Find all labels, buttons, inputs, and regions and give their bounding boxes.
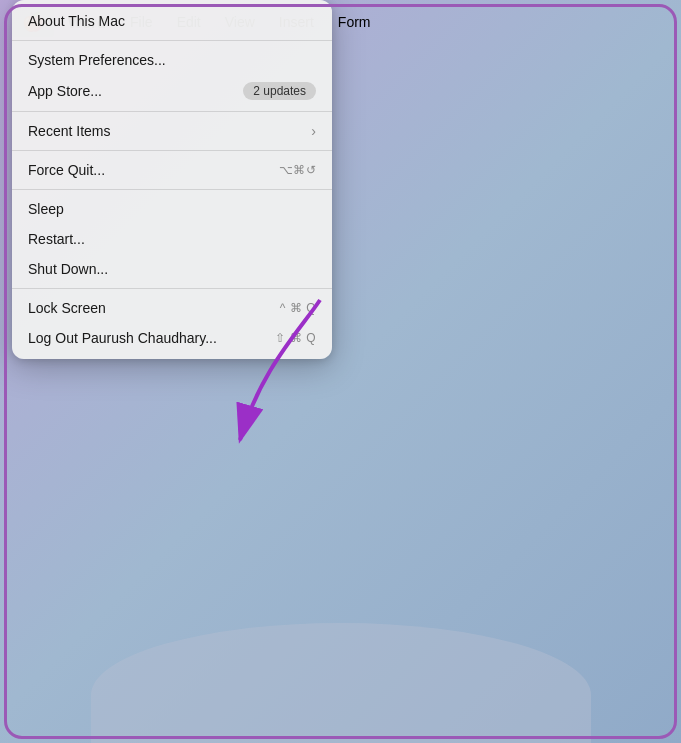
updates-badge: 2 updates: [243, 82, 316, 100]
lock-screen-label: Lock Screen: [28, 300, 106, 316]
system-preferences-item[interactable]: System Preferences...: [12, 45, 332, 75]
app-store-label: App Store...: [28, 83, 102, 99]
separator-2: [12, 111, 332, 112]
log-out-shortcut: ⇧ ⌘ Q: [275, 331, 316, 345]
separator-4: [12, 189, 332, 190]
separator-1: [12, 40, 332, 41]
shut-down-item[interactable]: Shut Down...: [12, 254, 332, 284]
app-store-item[interactable]: App Store... 2 updates: [12, 75, 332, 107]
about-this-mac-item[interactable]: About This Mac: [12, 6, 332, 36]
form-menu-item[interactable]: Form: [328, 10, 381, 34]
restart-label: Restart...: [28, 231, 85, 247]
chevron-right-icon: ›: [311, 123, 316, 139]
apple-dropdown-menu: About This Mac System Preferences... App…: [12, 0, 332, 359]
force-quit-shortcut: ⌥⌘↺: [279, 163, 317, 177]
separator-5: [12, 288, 332, 289]
log-out-label: Log Out Paurush Chaudhary...: [28, 330, 217, 346]
about-this-mac-label: About This Mac: [28, 13, 125, 29]
lock-screen-item[interactable]: Lock Screen ^ ⌘ Q: [12, 293, 332, 323]
sleep-label: Sleep: [28, 201, 64, 217]
sleep-item[interactable]: Sleep: [12, 194, 332, 224]
separator-3: [12, 150, 332, 151]
force-quit-label: Force Quit...: [28, 162, 105, 178]
recent-items-label: Recent Items: [28, 123, 110, 139]
lock-screen-shortcut: ^ ⌘ Q: [280, 301, 316, 315]
restart-item[interactable]: Restart...: [12, 224, 332, 254]
shut-down-label: Shut Down...: [28, 261, 108, 277]
system-preferences-label: System Preferences...: [28, 52, 166, 68]
force-quit-item[interactable]: Force Quit... ⌥⌘↺: [12, 155, 332, 185]
background-decoration: [91, 623, 591, 743]
recent-items-item[interactable]: Recent Items ›: [12, 116, 332, 146]
log-out-item[interactable]: Log Out Paurush Chaudhary... ⇧ ⌘ Q: [12, 323, 332, 353]
